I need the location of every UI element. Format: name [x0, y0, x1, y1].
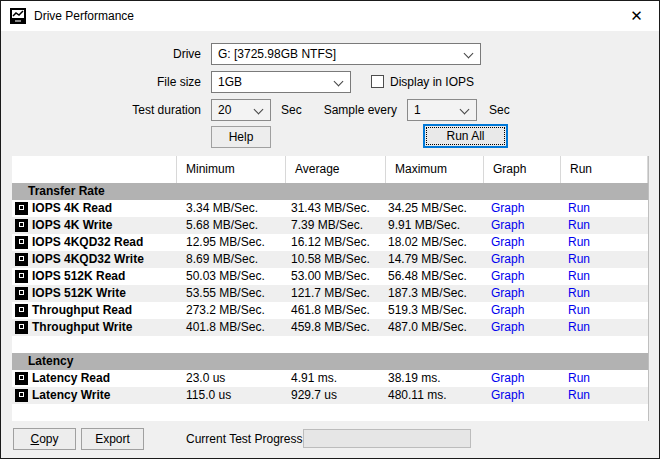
results-table: Minimum Average Maximum Graph Run Transf… [12, 156, 649, 421]
average-column-header: Average [286, 156, 386, 183]
minimum-value: 115.0 us [186, 387, 231, 404]
table-row: IOPS 512K Read 50.03 MB/Sec. 53.00 MB/Se… [12, 268, 648, 285]
drive-performance-dialog: Drive Performance ✕ Drive G: [3725.98GB … [0, 0, 660, 459]
drive-test-icon [15, 253, 28, 266]
table-header-row: Minimum Average Maximum Graph Run [12, 156, 648, 183]
average-value: 121.7 MB/Sec. [291, 285, 370, 302]
sample-every-label: Sample every [301, 99, 397, 121]
run-link[interactable]: Run [568, 251, 590, 268]
graph-column-header: Graph [484, 156, 561, 183]
section-gap [12, 336, 648, 353]
run-link[interactable]: Run [568, 200, 590, 217]
graph-link[interactable]: Graph [491, 200, 524, 217]
run-all-label: Run All [425, 126, 506, 146]
maximum-value: 34.25 MB/Sec. [388, 200, 467, 217]
test-duration-select-value: 20 [218, 103, 231, 117]
maximum-value: 14.79 MB/Sec. [388, 251, 467, 268]
average-value: 461.8 MB/Sec. [291, 302, 370, 319]
minimum-value: 12.95 MB/Sec. [186, 234, 265, 251]
run-link[interactable]: Run [568, 319, 590, 336]
section-header-latency: Latency [12, 353, 648, 370]
drive-test-icon [15, 389, 28, 402]
table-row: Latency Write 115.0 us 929.7 us 480.11 m… [12, 387, 648, 404]
test-name: IOPS 4KQD32 Read [32, 234, 143, 251]
maximum-value: 187.3 MB/Sec. [388, 285, 467, 302]
file-size-select-value: 1GB [218, 75, 242, 89]
graph-link[interactable]: Graph [491, 217, 524, 234]
app-icon [10, 8, 26, 24]
run-column-header: Run [561, 156, 648, 183]
drive-test-icon [15, 372, 28, 385]
test-name: IOPS 4K Write [32, 217, 112, 234]
minimum-value: 53.55 MB/Sec. [186, 285, 265, 302]
run-link[interactable]: Run [568, 302, 590, 319]
graph-link[interactable]: Graph [491, 302, 524, 319]
table-row: IOPS 4K Write 5.68 MB/Sec. 7.39 MB/Sec. … [12, 217, 648, 234]
run-link[interactable]: Run [568, 387, 590, 404]
test-name: IOPS 512K Write [32, 285, 126, 302]
test-progress-bar [303, 429, 471, 448]
graph-link[interactable]: Graph [491, 285, 524, 302]
sample-every-select[interactable]: 1 [407, 99, 477, 121]
graph-link[interactable]: Graph [491, 370, 524, 387]
average-value: 7.39 MB/Sec. [291, 217, 363, 234]
drive-test-icon [15, 219, 28, 232]
drive-test-icon [15, 202, 28, 215]
copy-button[interactable]: Copy [13, 428, 76, 450]
file-size-select[interactable]: 1GB [211, 71, 351, 93]
test-name: IOPS 4KQD32 Write [32, 251, 144, 268]
drive-test-icon [15, 304, 28, 317]
minimum-value: 5.68 MB/Sec. [186, 217, 258, 234]
average-value: 4.91 ms. [291, 370, 337, 387]
minimum-column-header: Minimum [177, 156, 286, 183]
chevron-down-icon [464, 49, 474, 59]
run-link[interactable]: Run [568, 234, 590, 251]
drive-test-icon [15, 321, 28, 334]
maximum-value: 487.0 MB/Sec. [388, 319, 467, 336]
window-title: Drive Performance [34, 1, 134, 31]
chevron-down-icon [460, 105, 470, 115]
drive-select-value: G: [3725.98GB NTFS] [218, 47, 336, 61]
export-button[interactable]: Export [81, 428, 144, 450]
close-button[interactable]: ✕ [614, 1, 659, 30]
table-row: Throughput Write 401.8 MB/Sec. 459.8 MB/… [12, 319, 648, 336]
run-all-button[interactable]: Run All [423, 124, 508, 148]
minimum-value: 401.8 MB/Sec. [186, 319, 265, 336]
graph-link[interactable]: Graph [491, 387, 524, 404]
graph-link[interactable]: Graph [491, 268, 524, 285]
test-name: Throughput Read [32, 302, 132, 319]
average-value: 16.12 MB/Sec. [291, 234, 370, 251]
run-link[interactable]: Run [568, 370, 590, 387]
minimum-value: 8.69 MB/Sec. [186, 251, 258, 268]
test-duration-select[interactable]: 20 [211, 99, 271, 121]
average-value: 53.00 MB/Sec. [291, 268, 370, 285]
run-link[interactable]: Run [568, 285, 590, 302]
run-link[interactable]: Run [568, 268, 590, 285]
maximum-value: 56.48 MB/Sec. [388, 268, 467, 285]
minimum-value: 50.03 MB/Sec. [186, 268, 265, 285]
test-duration-label: Test duration [61, 99, 201, 121]
table-row: IOPS 512K Write 53.55 MB/Sec. 121.7 MB/S… [12, 285, 648, 302]
display-iops-checkbox[interactable] [371, 75, 384, 88]
maximum-value: 38.19 ms. [388, 370, 441, 387]
test-name: Latency Read [32, 370, 110, 387]
drive-test-icon [15, 287, 28, 300]
help-button[interactable]: Help [211, 126, 271, 148]
drive-select[interactable]: G: [3725.98GB NTFS] [211, 43, 481, 65]
graph-link[interactable]: Graph [491, 319, 524, 336]
test-duration-unit: Sec [281, 99, 302, 121]
display-iops-label: Display in IOPS [390, 71, 474, 93]
minimum-value: 23.0 us [186, 370, 225, 387]
maximum-value: 9.91 MB/Sec. [388, 217, 460, 234]
titlebar: Drive Performance ✕ [1, 1, 659, 31]
graph-link[interactable]: Graph [491, 251, 524, 268]
drive-test-icon [15, 236, 28, 249]
run-link[interactable]: Run [568, 217, 590, 234]
graph-link[interactable]: Graph [491, 234, 524, 251]
section-header-transfer-rate: Transfer Rate [12, 183, 648, 200]
name-column-header [12, 156, 177, 183]
maximum-value: 480.11 ms. [388, 387, 446, 404]
sample-every-unit: Sec [489, 99, 510, 121]
drive-test-icon [15, 270, 28, 283]
maximum-value: 519.3 MB/Sec. [388, 302, 467, 319]
